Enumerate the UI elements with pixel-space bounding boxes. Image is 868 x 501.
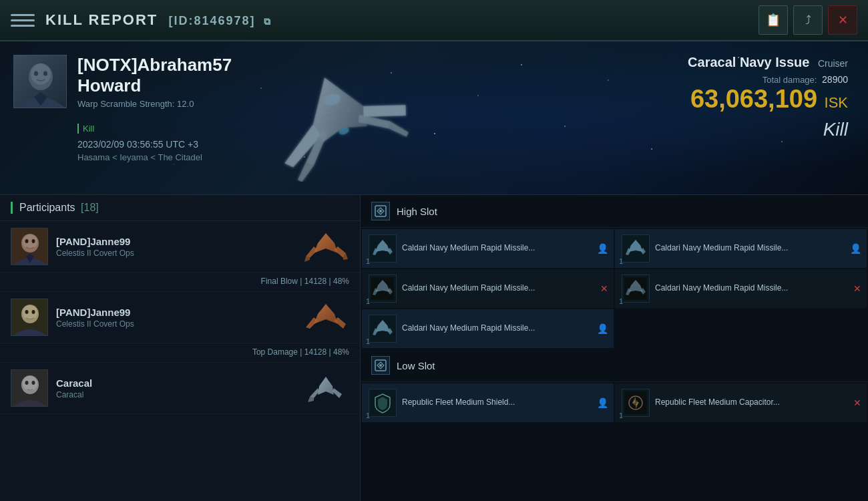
svg-point-4 bbox=[34, 71, 38, 76]
participant-damage: 14128 bbox=[304, 347, 327, 357]
svg-point-19 bbox=[32, 310, 35, 314]
participant-ship-icon bbox=[302, 369, 349, 407]
equip-status: ✕ bbox=[853, 397, 861, 408]
svg-point-12 bbox=[23, 234, 37, 249]
participant-name: Caracal bbox=[56, 377, 302, 389]
high-slot-icon bbox=[371, 202, 390, 220]
isk-section: 63,063,109 ISK bbox=[634, 85, 848, 114]
high-slot-grid: 1 Caldari Navy Medium Rapid Missile... 👤… bbox=[361, 228, 868, 349]
total-damage-value: 28900 bbox=[822, 74, 848, 85]
equipment-item[interactable]: 1 Republic Fleet Medium Shield... 👤 bbox=[362, 383, 614, 422]
export-button[interactable]: ⤴ bbox=[793, 5, 823, 35]
svg-point-23 bbox=[25, 381, 29, 385]
equip-status: ✕ bbox=[853, 283, 861, 294]
participant-label: Top Damage bbox=[252, 347, 298, 357]
equipment-item[interactable]: 1 Republic Fleet Medium Capacitor... ✕ bbox=[615, 383, 867, 422]
kill-result: Kill bbox=[634, 119, 848, 140]
participant-name: [PAND]Janne99 bbox=[56, 236, 302, 247]
participants-panel: Participants [18] [PAND]Janne99 bbox=[0, 195, 361, 501]
equip-name: Caldari Navy Medium Rapid Missile... bbox=[655, 283, 860, 294]
main-content: Participants [18] [PAND]Janne99 bbox=[0, 195, 868, 501]
equip-name: Caldari Navy Medium Rapid Missile... bbox=[655, 243, 860, 254]
equip-name: Republic Fleet Medium Capacitor... bbox=[655, 397, 860, 408]
equip-name: Caldari Navy Medium Rapid Missile... bbox=[402, 243, 607, 254]
participant-label: Final Blow bbox=[261, 277, 298, 286]
equip-name: Caldari Navy Medium Rapid Missile... bbox=[402, 323, 607, 334]
participant-ship: Celestis II Covert Ops bbox=[56, 248, 302, 258]
svg-point-26 bbox=[379, 210, 382, 212]
header-actions: 📋 ⤴ ✕ bbox=[758, 5, 857, 35]
equip-name: Caldari Navy Medium Rapid Missile... bbox=[402, 283, 607, 294]
ship-type: Cruiser bbox=[818, 58, 848, 69]
copy-button[interactable]: 📋 bbox=[758, 5, 788, 35]
ship-name: Caracal Navy Issue bbox=[688, 55, 809, 69]
participant-ship-icon bbox=[302, 299, 349, 336]
equip-icon bbox=[622, 234, 650, 263]
copy-icon: 📋 bbox=[766, 13, 781, 27]
participants-count: [18] bbox=[81, 202, 99, 213]
equipment-item[interactable]: 1 Caldari Navy Medium Rapid Missile... ✕ bbox=[362, 269, 614, 308]
participant-avatar bbox=[11, 228, 48, 265]
participant-ship-icon bbox=[302, 228, 349, 265]
equip-status: 👤 bbox=[850, 243, 861, 254]
copy-inline-icon[interactable]: ⧉ bbox=[264, 16, 272, 27]
participant-stats-1: Final Blow | 14128 | 48% bbox=[0, 273, 360, 292]
participant-item[interactable]: Caracal Caracal bbox=[0, 363, 360, 414]
export-icon: ⤴ bbox=[805, 13, 811, 27]
close-button[interactable]: ✕ bbox=[828, 5, 857, 35]
svg-point-17 bbox=[23, 305, 37, 320]
equip-icon bbox=[622, 389, 650, 417]
participant-info: [PAND]Janne99 Celestis II Covert Ops bbox=[56, 236, 302, 258]
svg-point-14 bbox=[32, 239, 35, 243]
participant-ship: Caracal bbox=[56, 390, 302, 399]
participant-info: [PAND]Janne99 Celestis II Covert Ops bbox=[56, 307, 302, 329]
participants-title: Participants [18] bbox=[11, 202, 99, 214]
total-damage-section: Total damage: 28900 bbox=[634, 74, 848, 85]
participant-ship: Celestis II Covert Ops bbox=[56, 319, 302, 329]
hero-right: Caracal Navy Issue Cruiser Total damage:… bbox=[614, 41, 868, 194]
menu-icon[interactable] bbox=[11, 8, 35, 32]
participant-percent: 48% bbox=[333, 277, 349, 286]
equip-status: 👤 bbox=[597, 243, 608, 254]
equip-icon bbox=[369, 389, 397, 417]
header: KILL REPORT [ID:8146978] ⧉ 📋 ⤴ ✕ bbox=[0, 0, 868, 41]
svg-point-24 bbox=[32, 381, 35, 385]
svg-point-3 bbox=[31, 63, 51, 85]
svg-point-5 bbox=[43, 71, 47, 76]
participant-avatar bbox=[11, 369, 48, 407]
participant-item[interactable]: [PAND]Janne99 Celestis II Covert Ops bbox=[0, 221, 360, 273]
equip-name: Republic Fleet Medium Shield... bbox=[402, 397, 607, 408]
isk-label: ISK bbox=[825, 94, 848, 111]
equipment-item[interactable]: 1 Caldari Navy Medium Rapid Missile... 👤 bbox=[362, 309, 614, 348]
equip-icon bbox=[369, 234, 397, 263]
ship-image bbox=[254, 55, 427, 188]
svg-point-13 bbox=[25, 239, 29, 243]
participants-title-text: Participants bbox=[19, 202, 75, 213]
low-slot-icon bbox=[371, 356, 390, 375]
title-text: KILL REPORT bbox=[45, 11, 158, 28]
equipment-item[interactable]: 1 Caldari Navy Medium Rapid Missile... 👤 bbox=[615, 229, 867, 268]
equip-status: ✕ bbox=[600, 283, 608, 294]
high-slot-header: High Slot bbox=[361, 195, 868, 228]
low-slot-header: Low Slot bbox=[361, 349, 868, 382]
close-icon: ✕ bbox=[838, 13, 848, 27]
equip-icon bbox=[622, 275, 650, 303]
low-slot-title: Low Slot bbox=[397, 360, 435, 371]
participant-item[interactable]: [PAND]Janne99 Celestis II Covert Ops bbox=[0, 292, 360, 343]
equipment-panel: High Slot 1 Caldari Navy Medium Rapid Mi… bbox=[361, 195, 868, 501]
participant-name: [PAND]Janne99 bbox=[56, 307, 302, 318]
participant-percent: 48% bbox=[333, 347, 349, 357]
low-slot-grid: 1 Republic Fleet Medium Shield... 👤 1 bbox=[361, 382, 868, 424]
kill-id: [ID:8146978] bbox=[168, 14, 255, 27]
hero-section: [NOTX]Abraham57 Howard Warp Scramble Str… bbox=[0, 41, 868, 195]
svg-point-22 bbox=[23, 376, 37, 391]
ship-info: Caracal Navy Issue Cruiser bbox=[634, 55, 848, 70]
equip-icon bbox=[369, 315, 397, 343]
participant-damage: 14128 bbox=[304, 277, 327, 286]
participant-avatar bbox=[11, 299, 48, 336]
equip-status: 👤 bbox=[597, 397, 608, 408]
page-title: KILL REPORT [ID:8146978] ⧉ bbox=[45, 11, 272, 29]
equipment-item[interactable]: 1 Caldari Navy Medium Rapid Missile... ✕ bbox=[615, 269, 867, 308]
equipment-item[interactable]: 1 Caldari Navy Medium Rapid Missile... 👤 bbox=[362, 229, 614, 268]
participant-info: Caracal Caracal bbox=[56, 377, 302, 399]
